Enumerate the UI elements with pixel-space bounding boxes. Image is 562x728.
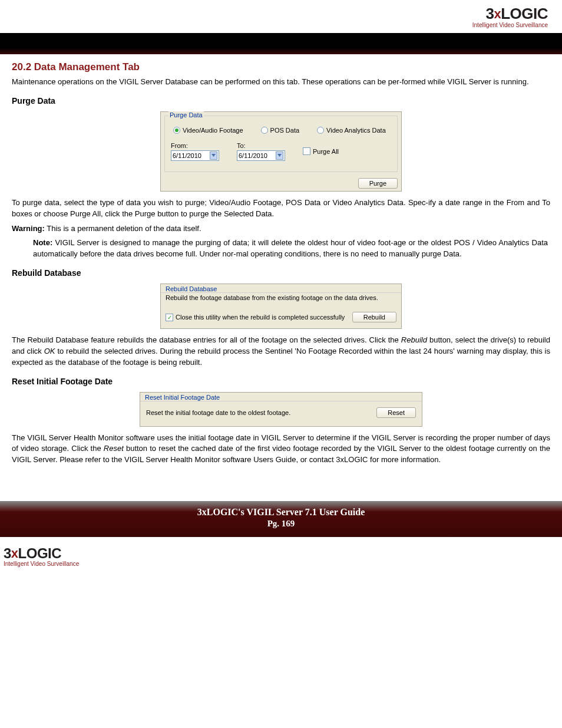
logo-pre: 3 [485,5,494,22]
rebuild-description: The Rebuild Database feature rebuilds th… [12,335,550,368]
to-label: To: [237,142,285,149]
reset-title: Reset Initial Footage Date [140,393,422,401]
purge-warning: Warning: This is a permanent deletion of… [12,223,550,235]
checkbox-icon: ✓ [166,314,173,321]
purge-note: Note: VIGIL Server is designed to manage… [33,238,548,260]
from-date-input[interactable]: 6/11/2010 [171,150,219,161]
logo-post: LOGIC [501,5,548,22]
purge-heading: Purge Data [12,96,550,106]
radio-pos-data[interactable]: POS Data [261,127,300,134]
section-heading: 20.2 Data Management Tab [12,61,550,73]
header-bar [0,33,562,54]
footer-band: 3xLOGIC's VIGIL Server 7.1 User Guide Pg… [0,501,562,537]
from-date-value: 6/11/2010 [173,152,201,159]
radio-video-analytics[interactable]: Video Analytics Data [317,127,386,134]
purge-description: To purge data, select the type of data y… [12,197,550,220]
logo-tagline: Intelligent Video Surveillance [14,22,548,28]
reset-heading: Reset Initial Footage Date [12,377,550,386]
radio-icon [261,127,268,134]
chevron-down-icon [276,151,283,160]
rebuild-desc: Rebuild the footage database from the ex… [161,293,401,307]
reset-description: The VIGIL Server Health Monitor software… [12,433,550,466]
purge-panel: Purge Data Video/Audio Footage POS Data … [160,111,402,192]
reset-panel: Reset Initial Footage Date Reset the ini… [140,392,422,427]
purge-group-title: Purge Data [168,111,204,118]
to-date-value: 6/11/2010 [239,152,267,159]
purge-all-checkbox[interactable]: Purge All [303,147,339,155]
close-utility-label: Close this utility when the rebuild is c… [176,314,345,321]
rebuild-panel: Rebuild Database Rebuild the footage dat… [160,284,402,329]
from-label: From: [171,142,219,149]
checkbox-icon [303,147,310,155]
radio-icon [173,127,180,134]
rebuild-button[interactable]: Rebuild [352,312,396,322]
reset-desc: Reset the initial footage date to the ol… [146,409,290,416]
to-date-input[interactable]: 6/11/2010 [237,150,285,161]
footer-page: Pg. 169 [0,519,562,529]
radio-label: POS Data [270,127,300,134]
footer-title: 3xLOGIC's VIGIL Server 7.1 User Guide [0,507,562,518]
chevron-down-icon [210,151,217,160]
rebuild-title: Rebuild Database [161,284,401,293]
purge-all-label: Purge All [313,148,339,155]
footer-logo: 3xLOGIC Intelligent Video Surveillance [0,537,562,575]
purge-button[interactable]: Purge [358,178,398,189]
radio-video-audio[interactable]: Video/Audio Footage [173,127,243,134]
close-utility-checkbox[interactable]: ✓ Close this utility when the rebuild is… [166,314,345,321]
intro-paragraph: Maintenance operations on the VIGIL Serv… [12,77,550,88]
radio-icon [317,127,324,134]
rebuild-heading: Rebuild Database [12,268,550,278]
header-logo: 3xLOGIC Intelligent Video Surveillance [12,0,550,31]
radio-label: Video/Audio Footage [183,127,243,134]
reset-button[interactable]: Reset [376,407,416,418]
radio-label: Video Analytics Data [326,127,386,134]
logo-x: x [494,6,501,21]
